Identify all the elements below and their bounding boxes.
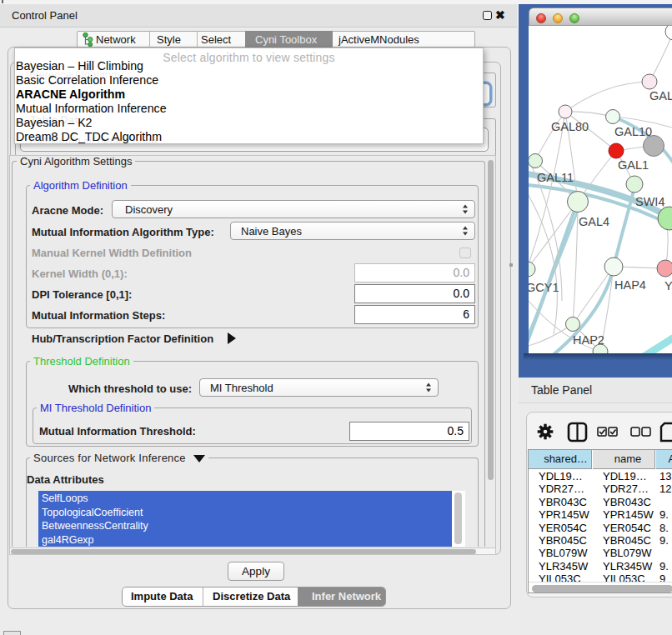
svg-text:GAL11: GAL11: [537, 171, 574, 184]
svg-text:HAP4: HAP4: [614, 278, 646, 292]
svg-text:GAL4: GAL4: [579, 215, 609, 228]
svg-text:GAL1: GAL1: [618, 158, 649, 172]
svg-text:GAL80: GAL80: [551, 120, 589, 133]
svg-text:SWI4: SWI4: [635, 195, 664, 208]
svg-text:YJ: YJ: [664, 279, 672, 292]
svg-text:GAL7: GAL7: [649, 89, 672, 102]
svg-text:GCY1: GCY1: [529, 281, 559, 294]
svg-text:HAP2: HAP2: [573, 333, 604, 347]
svg-text:GAL10: GAL10: [614, 125, 652, 138]
